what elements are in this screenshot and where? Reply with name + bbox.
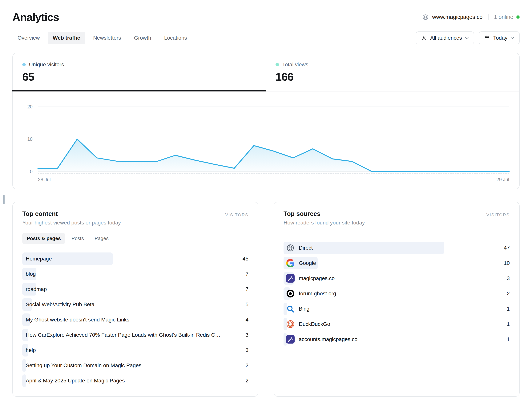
row-visitors-value: 1 — [507, 321, 510, 327]
row-visitors-value: 7 — [245, 286, 248, 292]
list-item[interactable]: Direct47 — [284, 240, 510, 255]
spacer — [284, 226, 510, 238]
row-visitors-value: 47 — [504, 245, 510, 251]
top-sources-heading: Top sources How readers found your site … — [284, 210, 365, 226]
content-type-tabs: Posts & pagesPostsPages — [22, 233, 248, 244]
row-label: My Ghost website doesn't send Magic Link… — [22, 317, 129, 323]
chevron-down-icon — [465, 37, 469, 39]
divider — [284, 238, 510, 238]
kpi-unique-visitors[interactable]: Unique visitors65 — [13, 53, 266, 91]
list-item[interactable]: Google10 — [284, 255, 510, 271]
row-label: help — [22, 347, 36, 353]
search-icon — [286, 305, 295, 313]
row-label: How CarExplore Achieved 70% Faster Page … — [22, 332, 222, 338]
list-item[interactable]: Homepage45 — [22, 251, 248, 266]
row-visitors-value: 4 — [245, 317, 248, 323]
audience-filter-button[interactable]: All audiences — [416, 32, 474, 44]
list-item[interactable]: My Ghost website doesn't send Magic Link… — [22, 312, 248, 327]
visitors-column-header: VISITORS — [225, 212, 248, 217]
y-tick-label: 10 — [27, 136, 32, 142]
list-item[interactable]: Setting up Your Custom Domain on Magic P… — [22, 358, 248, 373]
top-content-title: Top content — [22, 210, 121, 217]
kpi-row: Unique visitors65Total views166 — [13, 53, 519, 91]
list-item[interactable]: help3 — [22, 342, 248, 358]
tab-locations[interactable]: Locations — [159, 32, 192, 44]
list-item[interactable]: blog7 — [22, 266, 248, 282]
kpi-value: 166 — [276, 70, 510, 83]
row-label: Setting up Your Custom Domain on Magic P… — [22, 362, 141, 368]
person-icon — [421, 35, 427, 41]
magicpages-icon — [286, 274, 295, 283]
row-visitors-value: 1 — [507, 306, 510, 312]
page-title: Analytics — [12, 11, 59, 23]
top-sources-subtitle: How readers found your site today — [284, 220, 365, 226]
content-subtab-pages[interactable]: Pages — [90, 233, 113, 244]
online-status: 1 online — [488, 14, 520, 20]
magicpages-icon — [286, 335, 295, 343]
list-item[interactable]: magicpages.co3 — [284, 271, 510, 286]
top-content-heading: Top content Your highest viewed posts or… — [22, 210, 121, 226]
top-sources-list: Direct47Google10magicpages.co3forum.ghos… — [284, 240, 510, 347]
audience-filter-label: All audiences — [430, 35, 462, 41]
list-item[interactable]: accounts.magicpages.co1 — [284, 332, 510, 347]
top-sources-header: Top sources How readers found your site … — [284, 210, 510, 226]
scrollbar-fragment[interactable] — [3, 195, 5, 204]
panels-row: Top content Your highest viewed posts or… — [12, 202, 520, 397]
date-range-label: Today — [493, 35, 507, 41]
top-content-list: Homepage45blog7roadmap7Social Web/Activi… — [22, 251, 248, 388]
row-visitors-value: 2 — [245, 362, 248, 368]
list-item[interactable]: April & May 2025 Update on Magic Pages2 — [22, 373, 248, 388]
visitors-column-header: VISITORS — [487, 212, 510, 217]
tab-newsletters[interactable]: Newsletters — [88, 32, 126, 44]
duckduckgo-icon — [286, 320, 295, 328]
top-bar: Analytics www.magicpages.co 1 online — [12, 11, 520, 23]
top-sources-panel: Top sources How readers found your site … — [274, 202, 520, 397]
row-label: blog — [22, 271, 36, 277]
content-subtab-posts-pages[interactable]: Posts & pages — [22, 233, 65, 244]
row-visitors-value: 2 — [245, 378, 248, 384]
globe-icon — [286, 244, 295, 252]
row-label: April & May 2025 Update on Magic Pages — [22, 378, 125, 384]
chevron-down-icon — [510, 37, 514, 39]
date-range-button[interactable]: Today — [479, 32, 520, 44]
top-sources-title: Top sources — [284, 210, 365, 217]
top-content-subtitle: Your highest viewed posts or pages today — [22, 220, 121, 226]
row-label: Homepage — [22, 256, 52, 262]
row-visitors-value: 3 — [245, 332, 248, 338]
calendar-icon — [484, 35, 490, 41]
kpi-value: 65 — [22, 70, 256, 83]
list-item[interactable]: Social Web/Activity Pub Beta5 — [22, 297, 248, 312]
row-visitors-value: 5 — [245, 301, 248, 308]
online-count: 1 online — [494, 14, 513, 20]
online-dot — [516, 15, 520, 19]
y-tick-label: 0 — [30, 169, 32, 174]
kpi-label: Unique visitors — [29, 62, 64, 68]
content-subtab-posts[interactable]: Posts — [67, 233, 88, 244]
row-visitors-value: 10 — [504, 260, 510, 266]
list-item[interactable]: roadmap7 — [22, 282, 248, 297]
row-visitors-value: 45 — [243, 256, 248, 262]
chart-plot-column: 28 Jul 29 Jul — [38, 107, 509, 189]
filter-controls: All audiences Today — [416, 32, 520, 44]
list-item[interactable]: Bing1 — [284, 301, 510, 317]
kpi-dot — [276, 63, 279, 66]
row-visitors-value: 3 — [245, 347, 248, 353]
row-label: magicpages.co — [295, 275, 335, 281]
list-item[interactable]: forum.ghost.org2 — [284, 286, 510, 301]
tab-web-traffic[interactable]: Web traffic — [48, 32, 85, 44]
chart-plot-area — [38, 107, 509, 171]
x-label-end: 29 Jul — [496, 177, 509, 182]
traffic-card: Unique visitors65Total views166 01020 28… — [12, 53, 520, 189]
visitors-chart: 01020 28 Jul 29 Jul — [13, 91, 519, 189]
kpi-total-views[interactable]: Total views166 — [266, 53, 519, 91]
row-visitors-value: 7 — [245, 271, 248, 277]
tab-overview[interactable]: Overview — [12, 32, 45, 44]
list-item[interactable]: DuckDuckGo1 — [284, 317, 510, 332]
list-item[interactable]: How CarExplore Achieved 70% Faster Page … — [22, 327, 248, 342]
tab-growth[interactable]: Growth — [129, 32, 156, 44]
row-label: Google — [295, 260, 316, 266]
site-domain[interactable]: www.magicpages.co — [432, 14, 482, 20]
row-label: Direct — [295, 245, 313, 251]
row-label: DuckDuckGo — [295, 321, 330, 327]
row-visitors-value: 3 — [507, 275, 510, 281]
